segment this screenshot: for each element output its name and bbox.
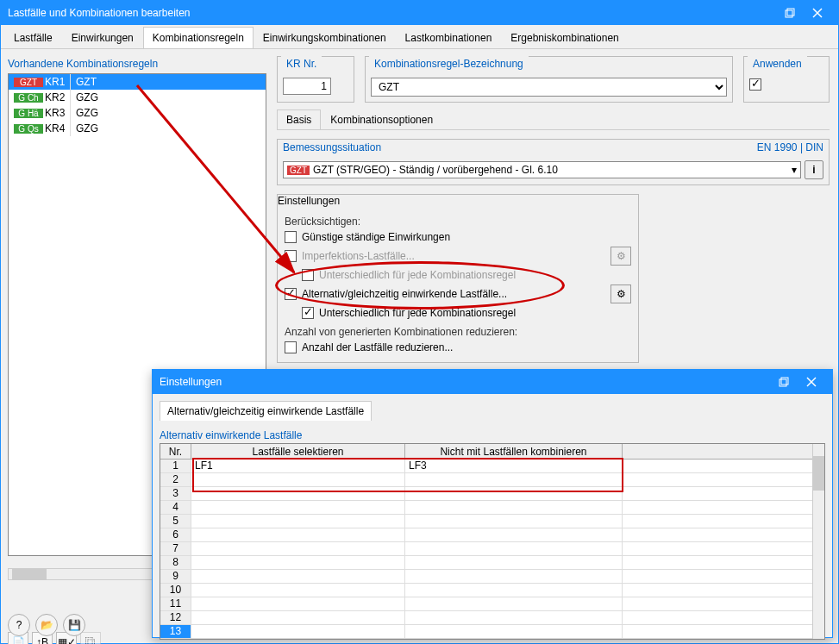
cell-nicht-kombinieren[interactable] bbox=[405, 487, 623, 500]
imperfektion-side-button[interactable]: ⚙ bbox=[610, 247, 631, 266]
bemessung-value: GZT (STR/GEO) - Ständig / vorübergehend … bbox=[313, 164, 558, 176]
dialog-close-button[interactable] bbox=[798, 370, 825, 394]
einstellungen-group: Einstellungen Berücksichtigen: Günstige … bbox=[277, 194, 639, 363]
cell-nicht-kombinieren[interactable] bbox=[405, 611, 623, 624]
cell-selektieren[interactable] bbox=[191, 528, 405, 541]
vertical-scrollbar[interactable] bbox=[812, 444, 824, 639]
cell-nr: 9 bbox=[160, 570, 191, 583]
svg-rect-5 bbox=[780, 379, 786, 386]
grid-row[interactable]: 9 bbox=[160, 570, 824, 584]
cell-nicht-kombinieren[interactable] bbox=[405, 501, 623, 514]
cell-nicht-kombinieren[interactable] bbox=[405, 528, 623, 541]
grid-row[interactable]: 1LF1LF3 bbox=[160, 460, 824, 473]
info-button[interactable]: i bbox=[805, 160, 823, 179]
cell-selektieren[interactable] bbox=[191, 597, 405, 610]
tab-einwirkungskombinationen[interactable]: Einwirkungskombinationen bbox=[254, 27, 396, 48]
rules-row[interactable]: G ChKR2GZG bbox=[9, 90, 266, 105]
cell-nicht-kombinieren[interactable] bbox=[405, 597, 623, 610]
alternativ-label: Alternativ/gleichzeitig einwirkende Last… bbox=[302, 288, 507, 300]
rule-desc: GZG bbox=[71, 107, 266, 119]
cell-nicht-kombinieren[interactable] bbox=[405, 570, 623, 583]
dialog-title: Einstellungen bbox=[160, 376, 770, 388]
cell-selektieren[interactable] bbox=[191, 584, 405, 597]
cell-selektieren[interactable]: LF1 bbox=[191, 460, 405, 472]
cell-nicht-kombinieren[interactable] bbox=[405, 625, 623, 638]
help-button[interactable]: ? bbox=[8, 614, 30, 636]
col-header-nicht-kombinieren: Nicht mit Lastfällen kombinieren bbox=[405, 444, 623, 459]
bezeichnung-select[interactable]: GZT bbox=[371, 78, 727, 97]
cell-nicht-kombinieren[interactable] bbox=[405, 556, 623, 569]
grid-row[interactable]: 5 bbox=[160, 515, 824, 528]
rules-row[interactable]: GZTKR1GZT bbox=[9, 74, 266, 90]
cell-nr: 7 bbox=[160, 542, 191, 555]
grid-row[interactable]: 13 bbox=[160, 625, 824, 639]
alternativ-side-button[interactable]: ⚙ bbox=[610, 284, 631, 303]
dialog-tab[interactable]: Alternativ/gleichzeitig einwirkende Last… bbox=[160, 401, 372, 421]
anwenden-group: Anwenden bbox=[743, 56, 830, 103]
rule-badge: G Ch bbox=[14, 93, 43, 103]
anwenden-checkbox[interactable] bbox=[749, 78, 761, 91]
alt-unt-label: Unterschiedlich für jede Kombinationsreg… bbox=[319, 307, 516, 319]
cell-selektieren[interactable] bbox=[191, 570, 405, 583]
grid-row[interactable]: 3 bbox=[160, 487, 824, 501]
cell-nr: 8 bbox=[160, 556, 191, 569]
svg-rect-0 bbox=[786, 10, 792, 17]
cell-selektieren[interactable] bbox=[191, 542, 405, 555]
rules-row[interactable]: G HäKR3GZG bbox=[9, 105, 266, 121]
cell-selektieren[interactable] bbox=[191, 501, 405, 514]
guenstige-label: Günstige ständige Einwirkungen bbox=[302, 231, 450, 243]
reduce-lf-checkbox[interactable] bbox=[285, 341, 297, 353]
open-button[interactable]: 📂 bbox=[35, 614, 58, 636]
grid-row[interactable]: 8 bbox=[160, 556, 824, 570]
restore-button[interactable] bbox=[776, 1, 804, 25]
cell-selektieren[interactable] bbox=[191, 556, 405, 569]
cell-nicht-kombinieren[interactable] bbox=[405, 542, 623, 555]
grid-row[interactable]: 11 bbox=[160, 597, 824, 611]
tab-lastkombinationen[interactable]: Lastkombinationen bbox=[396, 27, 502, 48]
cell-nr: 10 bbox=[160, 584, 191, 597]
imperfektion-label: Imperfektions-Lastfälle... bbox=[302, 250, 415, 262]
bemessung-norm: EN 1990 | DIN bbox=[757, 141, 823, 153]
grid-row[interactable]: 12 bbox=[160, 611, 824, 625]
bemessung-select[interactable]: GZT GZT (STR/GEO) - Ständig / vorübergeh… bbox=[283, 161, 801, 178]
cell-nr: 4 bbox=[160, 501, 191, 514]
cell-nr: 12 bbox=[160, 611, 191, 624]
tab-kombinationsregeln[interactable]: Kombinationsregeln bbox=[143, 27, 254, 48]
cell-selektieren[interactable] bbox=[191, 611, 405, 624]
reduce-lf-label: Anzahl der Lastfälle reduzieren... bbox=[302, 341, 453, 353]
rules-panel-title: Vorhandene Kombinationsregeln bbox=[8, 56, 266, 73]
dialog-restore-button[interactable] bbox=[770, 370, 798, 394]
cell-selektieren[interactable] bbox=[191, 625, 405, 638]
cell-nicht-kombinieren[interactable]: LF3 bbox=[405, 460, 623, 472]
alt-unt-checkbox[interactable] bbox=[302, 307, 314, 319]
kr-nr-label: KR Nr. bbox=[281, 56, 322, 72]
cell-nicht-kombinieren[interactable] bbox=[405, 515, 623, 528]
cell-selektieren[interactable] bbox=[191, 473, 405, 486]
cell-nicht-kombinieren[interactable] bbox=[405, 473, 623, 486]
guenstige-checkbox[interactable] bbox=[285, 231, 297, 243]
cell-nr: 1 bbox=[160, 460, 191, 472]
rules-row[interactable]: G QsKR4GZG bbox=[9, 121, 266, 136]
inner-tab-basis[interactable]: Basis bbox=[277, 109, 321, 129]
inner-tab-kombinationsoptionen[interactable]: Kombinationsoptionen bbox=[321, 109, 442, 129]
save-button[interactable]: 💾 bbox=[63, 614, 85, 636]
grid-row[interactable]: 7 bbox=[160, 542, 824, 556]
rule-desc: GZG bbox=[71, 122, 266, 134]
imperfektion-checkbox bbox=[285, 250, 297, 262]
col-header-nr: Nr. bbox=[160, 444, 191, 459]
grid-row[interactable]: 10 bbox=[160, 584, 824, 597]
grid-row[interactable]: 6 bbox=[160, 528, 824, 542]
cell-nicht-kombinieren[interactable] bbox=[405, 584, 623, 597]
alternativ-checkbox[interactable] bbox=[285, 288, 297, 300]
close-button[interactable] bbox=[804, 1, 831, 25]
kr-nr-input[interactable] bbox=[283, 78, 331, 95]
grid-row[interactable]: 4 bbox=[160, 501, 824, 515]
cell-selektieren[interactable] bbox=[191, 515, 405, 528]
lastfaelle-grid[interactable]: Nr. Lastfälle selektieren Nicht mit Last… bbox=[160, 443, 825, 640]
tab-einwirkungen[interactable]: Einwirkungen bbox=[62, 27, 143, 48]
tab-ergebniskombinationen[interactable]: Ergebniskombinationen bbox=[501, 27, 628, 48]
tab-lastfälle[interactable]: Lastfälle bbox=[4, 27, 62, 48]
rule-kr: KR1 bbox=[45, 76, 65, 88]
grid-row[interactable]: 2 bbox=[160, 473, 824, 487]
cell-selektieren[interactable] bbox=[191, 487, 405, 500]
